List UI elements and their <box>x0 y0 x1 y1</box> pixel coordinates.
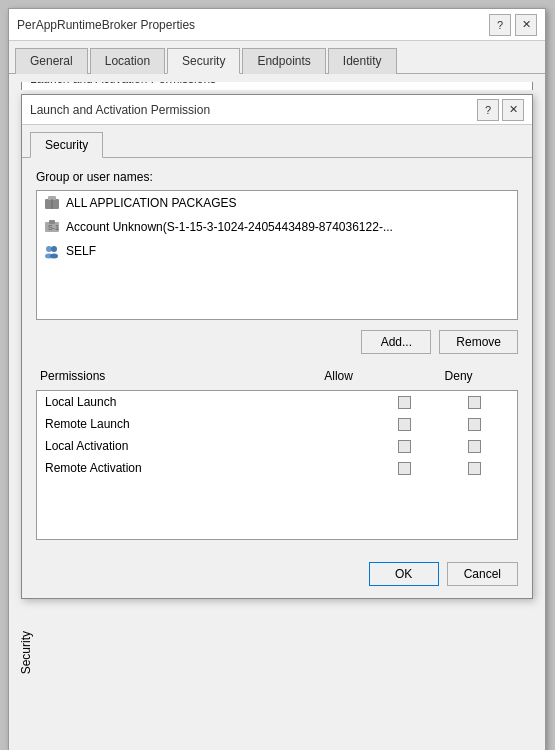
perm-name-remote-activation: Remote Activation <box>45 461 369 475</box>
user-listbox[interactable]: ALL APPLICATION PACKAGES S-1 Account Unk… <box>36 190 518 320</box>
inner-titlebar: Launch and Activation Permission ? ✕ <box>22 95 532 125</box>
user-name: ALL APPLICATION PACKAGES <box>66 196 237 210</box>
titlebar-buttons: ? ✕ <box>489 14 537 36</box>
outer-window-title: PerAppRuntimeBroker Properties <box>17 18 195 32</box>
inner-titlebar-buttons: ? ✕ <box>477 99 524 121</box>
tab-security[interactable]: Security <box>167 48 240 74</box>
outer-tabs-bar: General Location Security Endpoints Iden… <box>9 41 545 74</box>
add-remove-buttons: Add... Remove <box>36 330 518 354</box>
inner-help-button[interactable]: ? <box>477 99 499 121</box>
outer-content: Launch and Activation Permissions Launch… <box>9 74 545 750</box>
deny-checkbox[interactable] <box>468 462 481 475</box>
svg-point-8 <box>51 246 57 252</box>
perm-row-local-activation: Local Activation <box>37 435 517 457</box>
perm-row-remote-launch: Remote Launch <box>37 413 517 435</box>
list-item[interactable]: SELF <box>37 239 517 263</box>
local-activation-allow-checkbox[interactable] <box>369 440 439 453</box>
perm-name-local-launch: Local Launch <box>45 395 369 409</box>
outer-titlebar: PerAppRuntimeBroker Properties ? ✕ <box>9 9 545 41</box>
svg-point-9 <box>50 254 58 259</box>
inner-close-button[interactable]: ✕ <box>502 99 524 121</box>
inner-ok-button[interactable]: OK <box>369 562 439 586</box>
permissions-section: Permissions Allow Deny Local Launch <box>36 366 518 540</box>
inner-content: Group or user names: ALL APPLICATION PAC… <box>22 158 532 552</box>
allow-checkbox[interactable] <box>398 396 411 409</box>
allow-checkbox[interactable] <box>398 418 411 431</box>
permissions-table: Permissions Allow Deny <box>36 366 518 386</box>
local-launch-allow-checkbox[interactable] <box>369 396 439 409</box>
group-user-names-label: Group or user names: <box>36 170 518 184</box>
add-button[interactable]: Add... <box>361 330 431 354</box>
deny-checkbox[interactable] <box>468 418 481 431</box>
outer-help-button[interactable]: ? <box>489 14 511 36</box>
inner-tabs-bar: Security <box>22 125 532 158</box>
tab-endpoints[interactable]: Endpoints <box>242 48 325 74</box>
user-name: Account Unknown(S-1-15-3-1024-2405443489… <box>66 220 393 234</box>
remote-activation-allow-checkbox[interactable] <box>369 462 439 475</box>
remove-button[interactable]: Remove <box>439 330 518 354</box>
remote-launch-allow-checkbox[interactable] <box>369 418 439 431</box>
self-icon <box>43 242 61 260</box>
allow-checkbox[interactable] <box>398 440 411 453</box>
inner-tab-security[interactable]: Security <box>30 132 103 158</box>
svg-text:S-1: S-1 <box>48 224 59 231</box>
user-name: SELF <box>66 244 96 258</box>
deny-col-header: Deny <box>399 366 518 386</box>
inner-bottom-buttons: OK Cancel <box>22 552 532 598</box>
remote-launch-deny-checkbox[interactable] <box>439 418 509 431</box>
deny-checkbox[interactable] <box>468 396 481 409</box>
perm-row-remote-activation: Remote Activation <box>37 457 517 479</box>
permissions-listbox: Local Launch Remote Launch <box>36 390 518 540</box>
tab-identity[interactable]: Identity <box>328 48 397 74</box>
tab-general[interactable]: General <box>15 48 88 74</box>
inner-cancel-button[interactable]: Cancel <box>447 562 518 586</box>
inner-dialog-title: Launch and Activation Permission <box>30 103 210 117</box>
security-side-label: Security <box>19 631 33 674</box>
permissions-col-header: Permissions <box>36 366 278 386</box>
perm-row-local-launch: Local Launch <box>37 391 517 413</box>
local-launch-deny-checkbox[interactable] <box>439 396 509 409</box>
deny-checkbox[interactable] <box>468 440 481 453</box>
perm-name-local-activation: Local Activation <box>45 439 369 453</box>
outer-close-button[interactable]: ✕ <box>515 14 537 36</box>
list-item[interactable]: ALL APPLICATION PACKAGES <box>37 191 517 215</box>
inner-dialog: Launch and Activation Permission ? ✕ Sec… <box>21 94 533 599</box>
account-unknown-icon: S-1 <box>43 218 61 236</box>
remote-activation-deny-checkbox[interactable] <box>439 462 509 475</box>
allow-checkbox[interactable] <box>398 462 411 475</box>
outer-window: PerAppRuntimeBroker Properties ? ✕ Gener… <box>8 8 546 750</box>
tab-location[interactable]: Location <box>90 48 165 74</box>
local-activation-deny-checkbox[interactable] <box>439 440 509 453</box>
allow-col-header: Allow <box>278 366 399 386</box>
perm-name-remote-launch: Remote Launch <box>45 417 369 431</box>
list-item[interactable]: S-1 Account Unknown(S-1-15-3-1024-240544… <box>37 215 517 239</box>
app-packages-icon <box>43 194 61 212</box>
